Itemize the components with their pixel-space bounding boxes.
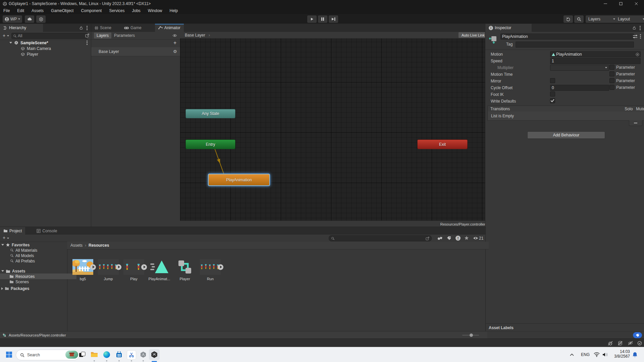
asset-bg5[interactable]: bg5 — [70, 259, 96, 281]
menu-component[interactable]: Component — [81, 8, 102, 13]
volume-button[interactable] — [601, 350, 609, 359]
caret-down-icon[interactable] — [7, 238, 9, 239]
menu-gameobject[interactable]: GameObject — [51, 8, 73, 13]
clock[interactable]: 14:03 3/8/2567 — [610, 349, 630, 359]
node-play-animation[interactable]: PlayAnimation — [208, 174, 270, 186]
favorites-star-icon[interactable] — [464, 236, 469, 240]
layers-dropdown[interactable]: Layers — [586, 15, 618, 23]
lock-icon[interactable] — [632, 26, 636, 30]
label-tag-button[interactable] — [633, 332, 642, 338]
add-behaviour-button[interactable]: Add Behaviour — [527, 131, 605, 139]
tab-project[interactable]: Project — [0, 227, 25, 235]
foot-ik-checkbox[interactable] — [550, 92, 555, 97]
taskbar-search-box[interactable]: Search — [16, 350, 79, 360]
play-preview-button[interactable] — [90, 264, 96, 270]
asset-play[interactable]: Play — [121, 259, 147, 281]
pause-button[interactable] — [318, 15, 327, 23]
cycle-offset-parameter-checkbox[interactable] — [609, 85, 614, 90]
debugger-disabled-icon[interactable] — [608, 341, 613, 346]
menu-file[interactable]: File — [3, 8, 10, 13]
create-asset-button[interactable]: + — [3, 235, 5, 240]
layer-item-base[interactable]: Base Layer ⚙ — [91, 47, 187, 56]
scene-row[interactable]: SampleScene* — [0, 40, 101, 46]
eye-icon[interactable] — [172, 34, 177, 37]
caret-down-icon[interactable] — [7, 35, 9, 37]
mirror-parameter-checkbox[interactable] — [609, 78, 614, 83]
mirror-checkbox[interactable] — [550, 78, 555, 83]
file-explorer-button[interactable] — [90, 350, 99, 359]
hierarchy-search-input[interactable]: All — [11, 33, 87, 39]
undo-history-button[interactable] — [564, 15, 573, 23]
language-indicator[interactable]: ENG — [581, 352, 590, 357]
remove-transition-button[interactable] — [629, 120, 642, 126]
asset-jump[interactable]: Jump — [96, 259, 121, 281]
tree-packages[interactable]: Packages — [0, 286, 68, 291]
tree-resources[interactable]: Resources — [0, 274, 76, 279]
tree-all-prefabs[interactable]: All Prefabs — [0, 258, 77, 264]
filter-by-type-icon[interactable] — [437, 236, 442, 240]
step-button[interactable] — [329, 15, 338, 23]
filter-by-label-icon[interactable] — [447, 236, 451, 240]
project-search-input[interactable] — [329, 235, 432, 241]
account-dropdown[interactable]: WP — [3, 15, 22, 23]
visibility-disabled-icon[interactable] — [628, 341, 633, 345]
asset-playanimation-clip[interactable]: PlayAnimat... — [147, 259, 172, 281]
tab-hierarchy[interactable]: Hierarchy — [0, 24, 43, 32]
slider-handle[interactable] — [470, 334, 473, 337]
tree-scenes[interactable]: Scenes — [0, 279, 76, 285]
search-toolbar-button[interactable] — [574, 15, 584, 23]
lock-icon[interactable] — [79, 26, 83, 30]
inspector-menu-icon[interactable] — [640, 27, 641, 28]
foldout-open-icon[interactable] — [9, 42, 12, 44]
breadcrumb-assets[interactable]: Assets — [70, 243, 83, 248]
play-preview-button[interactable] — [116, 264, 121, 270]
tab-layers[interactable]: Layers — [94, 33, 111, 39]
transitions-list[interactable]: List is Empty — [487, 112, 644, 121]
tree-favorites[interactable]: Favorites — [0, 242, 68, 248]
scene-menu-icon[interactable] — [87, 42, 88, 43]
menu-help[interactable]: Help — [170, 8, 178, 13]
menu-services[interactable]: Services — [109, 8, 124, 13]
hierarchy-menu-icon[interactable] — [87, 27, 88, 28]
ms-store-button[interactable] — [115, 350, 123, 359]
speed-field[interactable]: 1 — [550, 58, 641, 64]
start-button[interactable] — [5, 350, 13, 359]
menu-edit[interactable]: Edit — [17, 8, 24, 13]
wifi-button[interactable] — [592, 350, 601, 359]
play-preview-button[interactable] — [218, 264, 223, 270]
tray-chevron-button[interactable] — [568, 350, 576, 359]
tab-game[interactable]: Game — [121, 24, 145, 32]
tab-inspector[interactable]: i Inspector — [485, 24, 532, 32]
minimize-button[interactable] — [598, 0, 613, 7]
node-exit[interactable]: Exit — [417, 139, 468, 149]
menu-window[interactable]: Window — [148, 8, 162, 13]
services-button[interactable] — [36, 15, 46, 23]
write-defaults-checkbox[interactable] — [550, 98, 555, 103]
status-check-icon[interactable] — [637, 341, 642, 346]
multiplier-dropdown[interactable] — [550, 65, 609, 71]
menu-assets[interactable]: Assets — [32, 8, 44, 13]
tag-field[interactable] — [516, 42, 634, 48]
tab-parameters[interactable]: Parameters — [111, 33, 138, 39]
picker-icon[interactable] — [85, 34, 89, 38]
asset-run[interactable]: Run — [198, 259, 223, 281]
unity-editor-button[interactable] — [149, 349, 160, 360]
node-any-state[interactable]: Any State — [185, 109, 235, 118]
unity-hub-button[interactable] — [139, 350, 148, 359]
asset-labels-header[interactable]: Asset Labels — [485, 323, 644, 332]
state-name-field[interactable]: PlayAnimation — [500, 34, 634, 40]
notifications-button[interactable] — [631, 350, 639, 359]
state-menu-icon[interactable] — [640, 36, 641, 37]
tree-all-materials[interactable]: All Materials — [0, 247, 77, 253]
transition-arrow[interactable] — [180, 32, 485, 227]
tree-assets[interactable]: Assets — [0, 268, 68, 274]
tab-scene[interactable]: Scene — [91, 24, 115, 32]
motion-time-parameter-checkbox[interactable] — [609, 71, 614, 76]
cloud-button[interactable] — [25, 15, 34, 23]
eye-icon[interactable] — [473, 236, 478, 240]
search-highlight-image[interactable] — [65, 351, 78, 359]
multiplier-parameter-checkbox[interactable] — [609, 65, 614, 70]
edge-button[interactable] — [102, 350, 111, 359]
tab-animator[interactable]: Animator — [155, 24, 184, 32]
presets-icon[interactable] — [633, 35, 637, 39]
